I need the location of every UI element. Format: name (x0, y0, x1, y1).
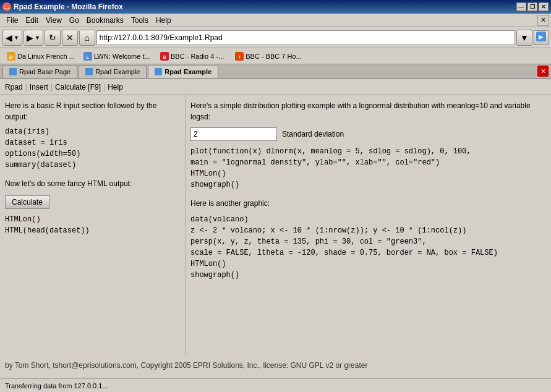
graphic-label: Here is another graphic: (190, 198, 546, 209)
go-icon: ▶ (536, 32, 546, 43)
menu-file[interactable]: File (2, 15, 22, 26)
code-line-2: dataset = iris (5, 137, 180, 148)
bookmark-da-linux[interactable]: D Da Linux French ... (2, 50, 77, 62)
rpad-menu-insert[interactable]: Insert (30, 83, 48, 92)
main-content: Here is a basic R input section followed… (0, 95, 551, 355)
address-dropdown-button[interactable]: ▼ (516, 30, 532, 46)
std-dev-input[interactable] (190, 127, 277, 141)
bookmark-bbc-radio-label: BBC - Radio 4 -... (171, 53, 224, 60)
html-code-block: HTMLon() HTML(head(dataset)) (5, 214, 180, 236)
rpad-menu-calculate[interactable]: Calculate [F9] (55, 83, 101, 92)
bookmark-da-linux-label: Da Linux French ... (17, 53, 75, 60)
separator-2: | (51, 83, 53, 92)
bookmark-lwn-label: LWN: Welcome t... (94, 53, 150, 60)
footer: by Tom Short, tshort@eprisolutions.com, … (0, 355, 551, 376)
address-input[interactable] (96, 30, 515, 45)
volcano-code-line-2: z <- 2 * volcano; x <- 10 * (1:nrow(z));… (190, 225, 546, 236)
std-dev-label: Standard deviation (282, 130, 344, 138)
plot-code-line-4: showgraph() (190, 179, 546, 190)
tab-rpad-example-1-icon (85, 68, 93, 75)
volcano-code-line-3: persp(x, y, z, theta = 135, phi = 30, co… (190, 236, 546, 247)
calculate-button[interactable]: Calculate (5, 195, 49, 209)
volcano-code-block: data(volcano) z <- 2 * volcano; x <- 10 … (190, 214, 546, 281)
rpad-menu-help[interactable]: Help (108, 83, 123, 92)
reload-button[interactable]: ↻ (45, 30, 61, 46)
menu-close-button[interactable]: ✕ (537, 15, 549, 26)
restore-button[interactable]: ❐ (528, 2, 537, 11)
menu-tools[interactable]: Tools (127, 15, 152, 26)
volcano-code-line-5: HTMLon() (190, 258, 546, 270)
menu-help[interactable]: Help (152, 15, 175, 26)
right-panel: Here's a simple distribution plotting ex… (186, 95, 551, 355)
svg-text:7: 7 (238, 55, 241, 59)
volcano-code-line-4: scale = FALSE, ltheta = -120, shade = 0.… (190, 247, 546, 258)
svg-text:L: L (87, 55, 90, 59)
home-button[interactable]: ⌂ (79, 30, 95, 46)
volcano-code-line-6: showgraph() (190, 270, 546, 281)
html-code-line-2: HTML(head(dataset)) (5, 225, 180, 236)
da-linux-icon: D (7, 52, 15, 61)
tab-rpad-base-icon (9, 68, 17, 75)
svg-text:B: B (163, 55, 166, 59)
tab-rpad-example-2-icon (155, 68, 162, 75)
bookmark-bbc-radio[interactable]: B BBC - Radio 4 -... (156, 50, 228, 62)
tab-rpad-base-label: Rpad Base Page (19, 68, 70, 75)
firefox-icon: 🦊 (2, 2, 11, 11)
html-code-line-1: HTMLon() (5, 214, 180, 225)
footer-text: by Tom Short, tshort@eprisolutions.com, … (5, 361, 367, 370)
title-bar: 🦊 Rpad Example - Mozilla Firefox — ❐ ✕ (0, 0, 551, 14)
window-title: Rpad Example - Mozilla Firefox (14, 2, 123, 11)
stop-button[interactable]: ✕ (62, 30, 78, 46)
menu-bookmarks[interactable]: Bookmarks (83, 15, 127, 26)
tabs-bar: Rpad Base Page Rpad Example Rpad Example… (0, 64, 551, 79)
svg-rect-11 (85, 68, 93, 75)
bbc-radio-icon: B (160, 52, 169, 61)
std-dev-row: Standard deviation (190, 127, 546, 141)
back-dropdown-icon: ▼ (14, 35, 19, 41)
back-button[interactable]: ◀ ▼ (2, 30, 22, 46)
separator-1: | (25, 83, 27, 92)
iris-code-block: data(iris) dataset = iris options(width=… (5, 126, 180, 171)
code-line-3: options(width=50) (5, 148, 180, 160)
menu-go[interactable]: Go (66, 15, 83, 26)
code-line-1: data(iris) (5, 126, 180, 137)
window-controls: — ❐ ✕ (516, 2, 549, 11)
minimize-button[interactable]: — (516, 2, 526, 11)
separator-3: | (103, 83, 105, 92)
forward-dropdown-icon: ▼ (35, 35, 40, 41)
rpad-menu-rpad[interactable]: Rpad (5, 83, 23, 92)
bookmark-bbc-7-label: BBC - BBC 7 Ho... (246, 53, 301, 60)
left-panel: Here is a basic R input section followed… (0, 95, 186, 355)
plot-code-line-3: HTMLon() (190, 168, 546, 179)
bbc-7-icon: 7 (235, 52, 244, 61)
nav-bar: ◀ ▼ ▶ ▼ ↻ ✕ ⌂ ▼ ▶ (0, 27, 551, 48)
svg-rect-10 (9, 68, 17, 75)
status-text: Transferring data from 127.0.0.1... (5, 382, 108, 390)
bookmark-bbc-7[interactable]: 7 BBC - BBC 7 Ho... (231, 50, 305, 62)
svg-rect-12 (155, 68, 162, 75)
tab-rpad-example-2-label: Rpad Example (164, 68, 211, 75)
plot-code-block: plot(function(x) dlnorm(x, meanlog = 5, … (190, 146, 546, 190)
forward-button[interactable]: ▶ ▼ (23, 30, 43, 46)
plot-code-line-1: plot(function(x) dlnorm(x, meanlog = 5, … (190, 146, 546, 157)
tab-rpad-example-2[interactable]: Rpad Example (148, 65, 218, 78)
close-window-button[interactable]: ✕ (539, 2, 549, 11)
svg-text:D: D (9, 54, 13, 60)
home-icon: ⌂ (85, 33, 90, 43)
menu-view[interactable]: View (42, 15, 66, 26)
tab-rpad-base[interactable]: Rpad Base Page (2, 65, 77, 78)
stop-icon: ✕ (66, 33, 74, 43)
bookmark-lwn[interactable]: L LWN: Welcome t... (79, 50, 153, 62)
menu-bar: File Edit View Go Bookmarks Tools Help ✕ (0, 14, 551, 27)
left-intro-text: Here is a basic R input section followed… (5, 100, 180, 122)
lwn-icon: L (83, 52, 92, 61)
plot-code-line-2: main = "lognormal density", ylab="", xla… (190, 157, 546, 168)
go-button[interactable]: ▶ (534, 30, 549, 45)
dropdown-icon: ▼ (520, 33, 529, 43)
tabs-close-button[interactable]: ✕ (537, 66, 549, 77)
back-icon: ◀ (6, 33, 12, 43)
tab-rpad-example-1-label: Rpad Example (95, 68, 140, 75)
volcano-code-line-1: data(volcano) (190, 214, 546, 225)
menu-edit[interactable]: Edit (22, 15, 42, 26)
tab-rpad-example-1[interactable]: Rpad Example (79, 65, 147, 78)
